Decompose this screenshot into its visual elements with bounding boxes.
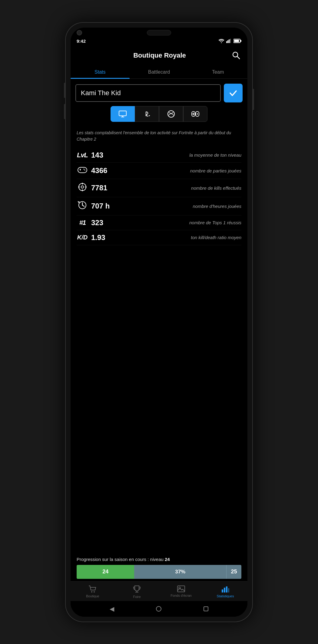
status-icons xyxy=(218,39,241,43)
status-time: 9:42 xyxy=(77,38,86,44)
progression-section: Progression sur la saison en cours : niv… xyxy=(71,552,247,581)
platform-xbox-button[interactable] xyxy=(159,106,183,122)
svg-line-8 xyxy=(237,56,240,59)
stat-left-kills: 7781 xyxy=(77,182,107,194)
platform-ps-button[interactable] xyxy=(135,106,159,122)
confirm-button[interactable] xyxy=(224,84,243,102)
nav-boutique[interactable]: Boutique xyxy=(71,584,115,600)
stat-row-kd: K/D 1.93 ton kill/death ratio moyen xyxy=(77,230,241,245)
trophy-icon xyxy=(133,585,141,594)
nav-boutique-label: Boutique xyxy=(86,594,99,598)
stat-label-games: nombre de parties jouées xyxy=(190,168,241,173)
volume-down-button[interactable] xyxy=(64,104,65,119)
app-header: Boutique Royale xyxy=(71,45,247,66)
stat-value-kd: 1.93 xyxy=(91,233,105,242)
clock-icon xyxy=(77,200,88,212)
nav-wallpapers-label: Fonds d'écran xyxy=(171,594,191,597)
tab-battlecard[interactable]: Battlecard xyxy=(130,66,189,78)
stat-left-tops: #1 323 xyxy=(77,219,103,227)
svg-rect-41 xyxy=(226,586,227,592)
stat-left-level: LvL 143 xyxy=(77,151,103,159)
player-name-input[interactable] xyxy=(75,84,221,102)
stat-left-games: 4366 xyxy=(77,166,107,176)
crosshair-icon xyxy=(77,182,88,194)
wifi-icon xyxy=(218,39,224,43)
tab-team[interactable]: Team xyxy=(188,66,247,78)
playstation-icon xyxy=(143,111,151,117)
search-area xyxy=(71,79,247,106)
top1-icon: #1 xyxy=(77,219,88,227)
svg-rect-3 xyxy=(230,39,231,43)
phone-frame: 9:42 xyxy=(65,22,253,622)
progress-current-level: 24 xyxy=(77,565,134,579)
phone-screen: 9:42 xyxy=(71,28,247,617)
stat-value-level: 143 xyxy=(91,151,103,159)
stat-label-level: la moyenne de ton niveau xyxy=(189,152,241,158)
tabs-container: Stats Battlecard Team xyxy=(71,66,247,79)
progression-label: Progression sur la saison en cours : niv… xyxy=(77,557,241,562)
stats-list: LvL 143 la moyenne de ton niveau xyxy=(71,148,247,552)
nav-foire[interactable]: Foire xyxy=(115,584,159,600)
kd-icon: K/D xyxy=(77,234,88,241)
image-icon xyxy=(177,585,185,592)
stat-row-games: 4366 nombre de parties jouées xyxy=(77,163,241,179)
svg-point-22 xyxy=(84,169,84,169)
svg-point-25 xyxy=(81,186,84,188)
checkmark-icon xyxy=(228,88,238,98)
stat-left-hours: 707 h xyxy=(77,200,110,212)
lvl-icon: LvL xyxy=(77,151,88,159)
svg-point-15 xyxy=(197,113,198,115)
platform-nintendo-button[interactable] xyxy=(183,106,207,122)
android-nav-bar: ◀ xyxy=(71,601,247,617)
bar-chart-icon xyxy=(221,585,230,593)
battery-icon xyxy=(234,39,241,43)
speaker-notch xyxy=(147,30,171,35)
status-bar: 9:42 xyxy=(71,37,247,45)
svg-rect-37 xyxy=(177,586,185,592)
stat-value-tops: 323 xyxy=(91,219,103,227)
power-button[interactable] xyxy=(253,89,254,110)
progress-bar: 24 37% 25 xyxy=(77,565,241,579)
bottom-nav: Boutique Foire xyxy=(71,581,247,601)
svg-rect-2 xyxy=(229,39,230,43)
nav-stats[interactable]: Statistiques xyxy=(203,584,247,600)
svg-rect-9 xyxy=(119,111,126,116)
nav-wallpapers[interactable]: Fonds d'écran xyxy=(159,584,203,600)
stat-row-level: LvL 143 la moyenne de ton niveau xyxy=(77,148,241,163)
stat-label-kd: ton kill/death ratio moyen xyxy=(191,235,241,240)
signal-icon xyxy=(226,39,232,43)
stat-row-hours: 707 h nombre d'heures jouées xyxy=(77,197,241,215)
search-button[interactable] xyxy=(230,50,241,62)
progress-percentage: 37% xyxy=(134,565,226,579)
stat-value-kills: 7781 xyxy=(91,184,107,192)
monitor-icon xyxy=(118,110,127,118)
svg-rect-6 xyxy=(234,40,239,42)
info-text: Les stats comptabilisent l'ensemble de t… xyxy=(71,127,247,148)
svg-rect-0 xyxy=(226,41,227,43)
gamepad-icon xyxy=(77,166,88,176)
recents-button[interactable] xyxy=(204,606,208,611)
volume-up-button[interactable] xyxy=(64,83,65,98)
back-button[interactable]: ◀ xyxy=(110,605,114,612)
nav-stats-label: Statistiques xyxy=(217,594,234,598)
stat-row-tops: #1 323 nombre de Tops 1 réussis xyxy=(77,215,241,230)
svg-point-33 xyxy=(91,591,92,592)
phone-top-bar xyxy=(71,28,247,37)
nav-foire-label: Foire xyxy=(133,595,141,599)
platform-pc-button[interactable] xyxy=(111,106,135,122)
svg-rect-5 xyxy=(240,40,241,42)
svg-rect-1 xyxy=(227,40,228,43)
home-button[interactable] xyxy=(156,606,161,612)
svg-rect-39 xyxy=(222,589,223,592)
svg-point-34 xyxy=(94,591,95,592)
front-camera xyxy=(77,30,82,35)
progress-next-level: 25 xyxy=(226,565,241,579)
svg-point-23 xyxy=(84,169,85,170)
svg-rect-40 xyxy=(224,588,225,592)
tab-stats[interactable]: Stats xyxy=(71,66,130,78)
stat-row-kills: 7781 nombre de kills effectués xyxy=(77,179,241,197)
svg-rect-18 xyxy=(78,167,87,173)
stat-label-hours: nombre d'heures jouées xyxy=(193,204,241,209)
cart-icon xyxy=(88,585,97,593)
app-title: Boutique Royale xyxy=(89,52,230,59)
